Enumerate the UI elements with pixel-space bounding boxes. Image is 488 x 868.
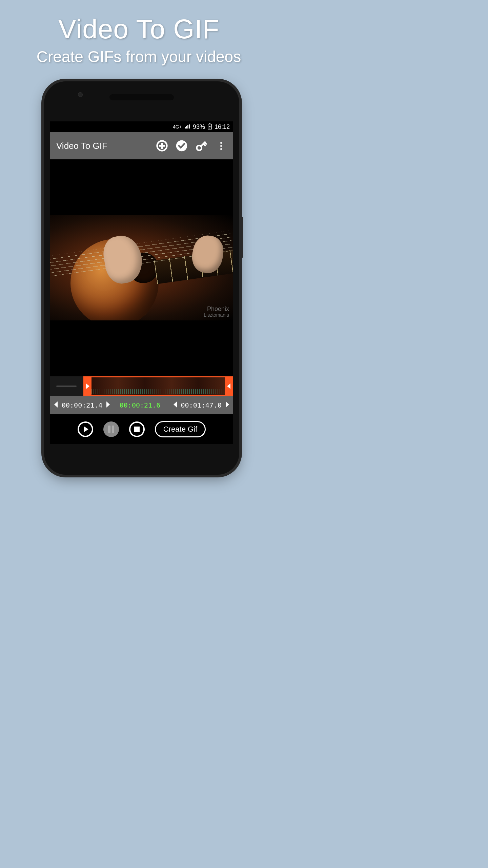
stop-button[interactable] [129, 421, 145, 437]
time-row: 00:00:21.4 00:00:21.6 00:01:47.0 [50, 396, 233, 414]
end-time-next-button[interactable] [223, 400, 231, 410]
key-button[interactable] [195, 140, 207, 152]
promo-title: Video To GIF [0, 14, 278, 45]
pause-icon [108, 426, 114, 433]
playback-controls: Create Gif [50, 414, 233, 444]
trim-start-handle[interactable] [83, 376, 92, 396]
start-time: 00:00:21.4 [62, 401, 102, 409]
end-time: 00:01:47.0 [181, 401, 222, 409]
status-time: 16:12 [215, 123, 230, 131]
pause-button[interactable] [103, 421, 119, 437]
confirm-button[interactable] [176, 140, 188, 152]
start-time-next-button[interactable] [104, 400, 112, 410]
play-icon [84, 426, 88, 432]
trim-end-handle[interactable] [225, 376, 233, 396]
create-gif-button[interactable]: Create Gif [155, 421, 206, 437]
promo-subtitle: Create GIFs from your videos [0, 47, 278, 66]
current-time: 00:00:21.6 [120, 401, 160, 409]
app-bar: Video To GIF [50, 132, 233, 159]
svg-rect-4 [159, 145, 165, 146]
video-preview[interactable]: Phoenix Lisztomania [50, 159, 233, 376]
status-bar: 4G+ 93% 16:12 [50, 121, 233, 132]
end-time-prev-button[interactable] [171, 400, 180, 410]
start-time-prev-button[interactable] [52, 400, 60, 410]
svg-rect-1 [209, 123, 210, 124]
network-icon: 4G+ [173, 124, 182, 130]
phone-camera [78, 92, 83, 97]
promo-header: Video To GIF Create GIFs from your video… [0, 0, 278, 66]
more-vert-icon [220, 142, 222, 150]
phone-screen: 4G+ 93% 16:12 Video To GIF [50, 121, 233, 444]
signal-icon [185, 124, 190, 130]
watermark-line2: Lisztomania [204, 313, 229, 318]
play-button[interactable] [78, 421, 93, 437]
battery-charging-icon [208, 123, 212, 131]
phone-speaker [109, 94, 174, 100]
overflow-menu-button[interactable] [215, 140, 227, 152]
battery-percent: 93% [193, 123, 205, 131]
phone-frame: 4G+ 93% 16:12 Video To GIF [44, 81, 239, 475]
appbar-title: Video To GIF [56, 141, 148, 151]
video-watermark: Phoenix Lisztomania [204, 306, 229, 318]
add-button[interactable] [156, 140, 168, 152]
watermark-line1: Phoenix [204, 306, 229, 313]
timeline-strip[interactable] [50, 376, 233, 396]
timeline-leading [50, 376, 83, 396]
video-frame: Phoenix Lisztomania [50, 215, 233, 320]
timeline-thumbnails[interactable] [92, 376, 225, 396]
stop-icon [134, 427, 140, 432]
